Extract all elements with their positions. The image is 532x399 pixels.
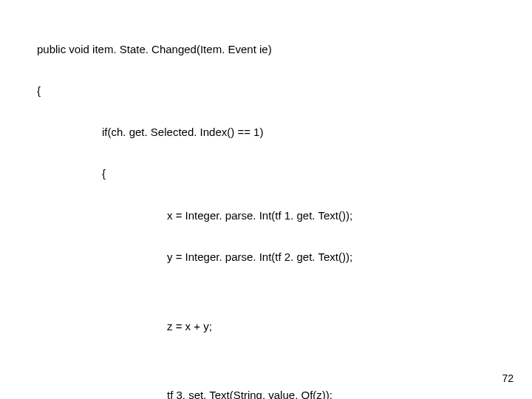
- code-line: {: [37, 84, 352, 98]
- code-line: tf 3. set. Text(String. value. Of(z));: [167, 389, 352, 399]
- code-line: z = x + y;: [167, 320, 352, 334]
- code-block: public void item. State. Changed(Item. E…: [37, 15, 352, 399]
- code-line: {: [102, 167, 352, 181]
- code-line: x = Integer. parse. Int(tf 1. get. Text(…: [167, 209, 352, 223]
- code-line: if(ch. get. Selected. Index() == 1): [102, 126, 352, 140]
- code-line: y = Integer. parse. Int(tf 2. get. Text(…: [167, 250, 352, 265]
- page-number: 72: [502, 372, 514, 384]
- code-line: public void item. State. Changed(Item. E…: [37, 43, 352, 57]
- document-page: public void item. State. Changed(Item. E…: [0, 0, 532, 399]
